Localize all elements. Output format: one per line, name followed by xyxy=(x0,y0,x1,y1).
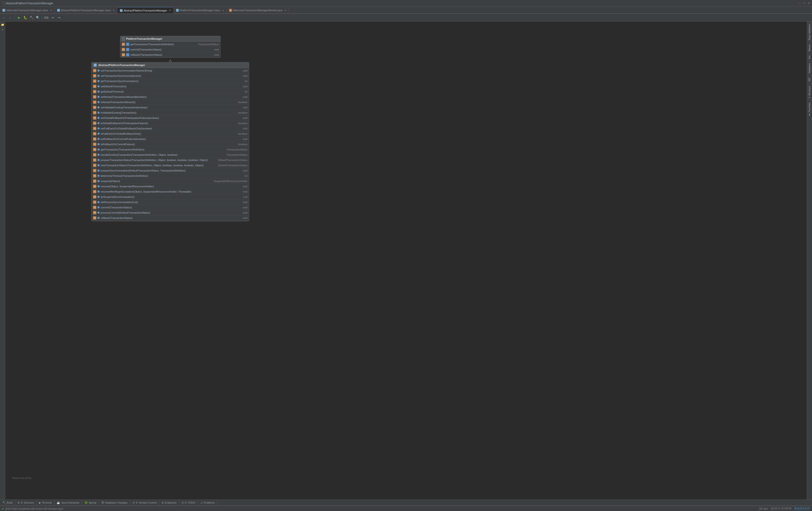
aptm-method-row: m + setValidateExistingTransaction(boole… xyxy=(92,105,249,110)
method-name: handleExistingTransaction(TransactionDef… xyxy=(101,153,226,156)
aptm-class-box: C AbstractPlatformTransactionManager m +… xyxy=(91,62,249,221)
method-name: setTransactionSynchronization(int) xyxy=(101,75,242,77)
visibility-badge: + xyxy=(97,138,100,140)
right-tab-0[interactable]: Bean Validation xyxy=(808,22,812,42)
visibility-badge: + xyxy=(97,206,100,208)
method-name: isGlobalRollbackOnParticipationFailure() xyxy=(101,122,237,125)
tab-tab-abstract-class[interactable]: CAbstractPlatformTransactionManager.clas… xyxy=(55,7,117,13)
aptm-method-row: m + setGlobalRollbackOnParticipationFail… xyxy=(92,115,249,120)
method-badge: m xyxy=(93,143,96,146)
method-return-type: void xyxy=(243,69,248,72)
git-btn[interactable]: Git: xyxy=(44,15,49,20)
visibility-badge: + xyxy=(97,196,100,198)
tab-close-tab-platform[interactable]: ✕ xyxy=(222,9,224,12)
visibility-badge: + xyxy=(97,217,100,219)
aptm-method-row: m + commit(TransactionStatus) void xyxy=(92,205,249,210)
visibility-badge: + xyxy=(97,106,100,109)
method-return-type: boolean xyxy=(238,101,248,104)
powered-by-label: Powered by yFiles xyxy=(12,477,32,479)
tool-tab-terminal[interactable]: ▶Terminal xyxy=(36,500,55,506)
tab-close-tab-abstract-class[interactable]: ✕ xyxy=(113,9,115,12)
ptm-method-row: m + getTransaction(TransactionDefinition… xyxy=(120,41,220,47)
method-badge: m xyxy=(93,164,96,167)
aptm-method-row: m + isNestedTransactionAllowed() boolean xyxy=(92,100,249,105)
tab-tab-hibernate[interactable]: CHibernateTransactionManager.class✕ xyxy=(0,7,55,13)
git-branch[interactable]: Git: dev xyxy=(759,507,768,510)
build-btn[interactable]: 🔨 xyxy=(29,15,34,20)
right-tab-3[interactable]: Database xyxy=(808,61,812,75)
tab-icon-tab-platform: C xyxy=(176,9,179,12)
tool-tab-problems[interactable]: ⚠Problems xyxy=(198,500,218,506)
method-return-type: void xyxy=(243,75,248,77)
project-icon[interactable]: 📁 xyxy=(0,23,5,27)
bottom-panels: 🔨Build⚙8: Services▶Terminal☕Java Enterpr… xyxy=(0,500,812,511)
method-badge: m xyxy=(93,111,96,114)
tool-tab-endpoints[interactable]: ⊕Endpoints xyxy=(159,500,179,506)
tool-tab-db-changes[interactable]: 🗄Database Changes xyxy=(99,500,130,506)
tab-tab-monitor[interactable]: JHibernateTransactionManagerMonitor.java… xyxy=(227,7,289,13)
right-sidebar: Bean ValidationMavenAntDatabaseJSFZ: Str… xyxy=(807,22,812,500)
structure-icon[interactable]: ≡ xyxy=(0,27,5,32)
undo-btn[interactable]: ↩ xyxy=(50,15,56,20)
visibility-badge: + xyxy=(97,85,100,88)
method-name: doResumeSynchronization(List) xyxy=(101,201,242,204)
method-return-type: List xyxy=(243,195,248,198)
aptm-title: AbstractPlatformTransactionManager xyxy=(98,64,145,66)
method-name: getTransaction(TransactionDefinition) xyxy=(130,43,197,46)
method-name: processCommit(DefaultTransactionStatus) xyxy=(101,211,242,214)
forward-btn[interactable]: → xyxy=(8,15,13,20)
tab-icon-tab-monitor: J xyxy=(229,9,232,12)
aptm-method-row: m + resumeAfterBeginException(Object, Su… xyxy=(92,189,249,194)
aptm-methods[interactable]: m + setTransactionSynchronizationName(St… xyxy=(92,68,249,221)
tool-tab-todo[interactable]: ☑6: TODO xyxy=(179,500,198,506)
tab-close-tab-hibernate[interactable]: ✕ xyxy=(50,9,52,12)
tool-tab-version-control[interactable]: ⑨9: Version Control xyxy=(130,500,159,506)
tool-tab-java-enterprise[interactable]: ☕Java Enterprise xyxy=(54,500,82,506)
tool-tab-services[interactable]: ⚙8: Services xyxy=(15,500,36,506)
tab-close-tab-abstract-active[interactable]: ✕ xyxy=(169,9,171,12)
right-tab-1[interactable]: Maven xyxy=(808,42,812,53)
method-return-type: void xyxy=(243,185,248,188)
method-badge: m xyxy=(122,48,125,51)
aptm-method-row: m + isFailEarlyOnGlobalRollbackOnly() bo… xyxy=(92,131,249,136)
visibility-badge: + xyxy=(97,69,100,72)
left-sidebar: 📁 ≡ xyxy=(0,22,5,500)
right-tab-6[interactable]: ★: Favorites xyxy=(808,100,812,118)
tab-tab-platform[interactable]: CPlatformTransactionManager.class✕ xyxy=(174,7,227,13)
right-tab-2[interactable]: Ant xyxy=(808,53,812,61)
method-badge: m xyxy=(122,42,125,46)
tab-close-tab-monitor[interactable]: ✕ xyxy=(284,9,286,12)
method-name: suspend(Object) xyxy=(101,180,213,182)
debug-btn[interactable]: 🐛 xyxy=(23,15,28,20)
ptm-method-row: m + rollback(TransactionStatus) void xyxy=(120,52,220,57)
method-return-type: void xyxy=(243,206,248,209)
app-icon: ⬛ xyxy=(2,1,6,5)
tab-icon-tab-abstract-class: C xyxy=(57,9,60,12)
method-badge: m xyxy=(93,121,96,125)
right-tab-5[interactable]: Z: Structure xyxy=(808,84,812,100)
method-return-type: void xyxy=(243,190,248,193)
aptm-method-row: m + isGlobalRollbackOnParticipationFailu… xyxy=(92,120,249,126)
method-name: setRollbackOnCommitFailure(boolean) xyxy=(101,138,242,140)
search-btn[interactable]: 🔍 xyxy=(35,15,40,20)
tool-tab-build[interactable]: 🔨Build xyxy=(0,500,15,506)
method-return-type: int xyxy=(244,174,248,177)
right-tab-4[interactable]: JSF xyxy=(808,75,812,84)
visibility-badge: + xyxy=(97,90,100,93)
main-area: 📁 ≡ I PlatformTransaction xyxy=(0,22,812,500)
redo-btn[interactable]: ↪ xyxy=(56,15,62,20)
tab-label-tab-hibernate: HibernateTransactionManager.class xyxy=(6,9,48,12)
visibility-badge: + xyxy=(126,42,129,46)
visibility-badge: + xyxy=(97,180,100,182)
status-bar: ● Auto build completed with errors (40 m… xyxy=(0,506,812,511)
tool-tab-spring[interactable]: 🌿Spring xyxy=(82,500,99,506)
back-btn[interactable]: ← xyxy=(1,15,7,20)
method-badge: m xyxy=(93,127,96,130)
method-return-type: void xyxy=(214,48,219,51)
visibility-badge: + xyxy=(97,122,100,124)
method-name: isValidateExistingTransaction() xyxy=(101,111,237,114)
method-return-type: void xyxy=(243,85,248,88)
tab-tab-abstract-active[interactable]: CAbstractPlatformTransactionManager✕ xyxy=(117,7,174,13)
run-btn[interactable]: ▶ xyxy=(17,15,22,20)
tab-label-tab-abstract-class: AbstractPlatformTransactionManager.class xyxy=(61,9,111,12)
